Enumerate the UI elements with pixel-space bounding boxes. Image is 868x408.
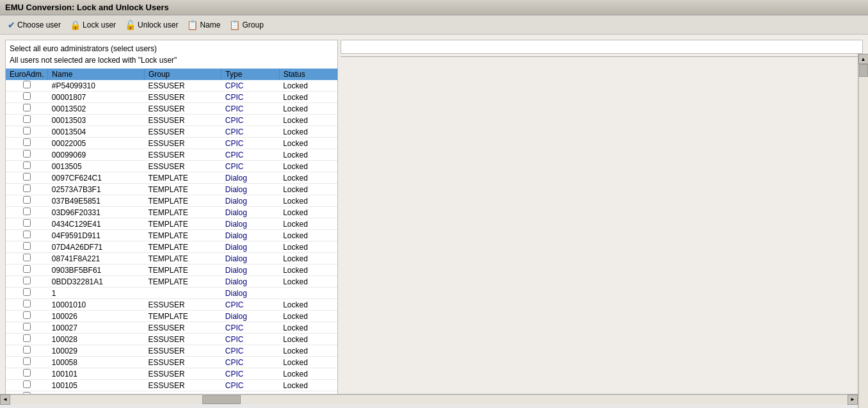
table-row[interactable]: 00013503ESSUSERCPICLocked — [6, 115, 337, 126]
row-checkbox[interactable] — [23, 254, 31, 261]
cell-type: CPIC — [221, 161, 279, 172]
choose-user-button[interactable]: ✔ Choose user — [4, 19, 65, 31]
row-checkbox[interactable] — [23, 323, 31, 330]
cell-name: 08741F8A221 — [48, 253, 145, 265]
row-checkbox[interactable] — [23, 184, 31, 192]
row-checkbox[interactable] — [23, 150, 31, 158]
table-row[interactable]: 0097CF624C1TEMPLATEDialogLocked — [6, 172, 337, 184]
cell-type: CPIC — [221, 322, 279, 334]
table-row[interactable]: 00099069ESSUSERCPICLocked — [6, 149, 337, 161]
cell-group: TEMPLATE — [144, 218, 221, 230]
cell-type: CPIC — [221, 92, 279, 103]
col-header-name[interactable]: Name — [48, 69, 145, 80]
col-header-group[interactable]: Group — [144, 69, 221, 80]
table-row[interactable]: 100101ESSUSERCPICLocked — [6, 368, 337, 380]
col-header-type[interactable]: Type — [221, 69, 279, 80]
col-header-status[interactable]: Status — [279, 69, 337, 80]
row-checkbox[interactable] — [23, 277, 31, 284]
scrollbar-right[interactable]: ▲ ▼ — [858, 54, 868, 408]
group-label: Group — [242, 20, 263, 29]
info-line1: Select all euro administrators (select u… — [10, 43, 334, 54]
table-row[interactable]: 100058ESSUSERCPICLocked — [6, 357, 337, 368]
table-row[interactable]: 00001807ESSUSERCPICLocked — [6, 92, 337, 103]
table-row[interactable]: 08741F8A221TEMPLATEDialogLocked — [6, 253, 337, 265]
table-row[interactable]: 100105ESSUSERCPICLocked — [6, 380, 337, 391]
row-checkbox[interactable] — [23, 231, 31, 238]
row-checkbox[interactable] — [23, 208, 31, 215]
table-wrapper[interactable]: EuroAdm. Name Group Type Status #P540993… — [6, 69, 337, 398]
cell-status: Locked — [279, 253, 337, 265]
name-button[interactable]: 📋 Name — [183, 19, 224, 31]
cell-group: ESSUSER — [144, 357, 221, 368]
table-row[interactable]: 037B49E5851TEMPLATEDialogLocked — [6, 195, 337, 207]
table-row[interactable]: 04F9591D911TEMPLATEDialogLocked — [6, 230, 337, 241]
scroll-left-arrow[interactable]: ◄ — [0, 395, 10, 405]
row-checkbox[interactable] — [23, 138, 31, 146]
row-checkbox[interactable] — [23, 334, 31, 342]
row-checkbox[interactable] — [23, 173, 31, 181]
row-checkbox[interactable] — [23, 311, 31, 319]
table-row[interactable]: 100028ESSUSERCPICLocked — [6, 334, 337, 345]
main-content: Select all euro administrators (select u… — [0, 35, 868, 404]
toolbar: ✔ Choose user 🔒 Lock user 🔓 Unlock user … — [0, 15, 868, 35]
cell-type: CPIC — [221, 357, 279, 368]
cell-name: 0097CF624C1 — [48, 172, 145, 184]
group-button[interactable]: 📋 Group — [225, 19, 267, 31]
table-row[interactable]: 10001010ESSUSERCPICLocked — [6, 299, 337, 311]
table-row[interactable]: 00013502ESSUSERCPICLocked — [6, 103, 337, 115]
scroll-up-arrow[interactable]: ▲ — [858, 54, 869, 64]
table-row[interactable]: 0013505ESSUSERCPICLocked — [6, 161, 337, 172]
table-row[interactable]: 1Dialog — [6, 288, 337, 299]
cell-name: 100029 — [48, 345, 145, 357]
table-row[interactable]: 100026TEMPLATEDialogLocked — [6, 311, 337, 322]
scroll-thumb-vertical[interactable] — [859, 64, 868, 77]
cell-type: CPIC — [221, 380, 279, 391]
scroll-track-vertical[interactable] — [859, 64, 868, 408]
row-checkbox[interactable] — [23, 300, 31, 307]
row-checkbox[interactable] — [23, 115, 31, 123]
scroll-thumb-horizontal[interactable] — [202, 395, 241, 404]
window-title: EMU Conversion: Lock and Unlock Users — [0, 0, 868, 15]
row-checkbox[interactable] — [23, 104, 31, 111]
lock-user-button[interactable]: 🔒 Lock user — [66, 19, 120, 31]
row-checkbox[interactable] — [23, 288, 31, 296]
table-row[interactable]: 0434C129E41TEMPLATEDialogLocked — [6, 218, 337, 230]
scroll-right-arrow[interactable]: ► — [848, 395, 858, 405]
cell-type: Dialog — [221, 207, 279, 218]
cell-status: Locked — [279, 276, 337, 288]
cell-status: Locked — [279, 195, 337, 207]
table-row[interactable]: 00022005ESSUSERCPICLocked — [6, 138, 337, 149]
row-checkbox[interactable] — [23, 369, 31, 377]
row-checkbox[interactable] — [23, 81, 31, 88]
table-row[interactable]: 00013504ESSUSERCPICLocked — [6, 126, 337, 138]
table-row[interactable]: 100027ESSUSERCPICLocked — [6, 322, 337, 334]
cell-name: 0903BF5BF61 — [48, 265, 145, 276]
table-row[interactable]: 02573A7B3F1TEMPLATEDialogLocked — [6, 184, 337, 195]
row-checkbox[interactable] — [23, 219, 31, 227]
row-checkbox[interactable] — [23, 346, 31, 354]
table-row[interactable]: 0903BF5BF61TEMPLATEDialogLocked — [6, 265, 337, 276]
cell-name: 00013502 — [48, 103, 145, 115]
cell-name: 03D96F20331 — [48, 207, 145, 218]
table-row[interactable]: 100029ESSUSERCPICLocked — [6, 345, 337, 357]
row-checkbox[interactable] — [23, 265, 31, 273]
row-checkbox[interactable] — [23, 242, 31, 250]
table-row[interactable]: 03D96F20331TEMPLATEDialogLocked — [6, 207, 337, 218]
row-checkbox[interactable] — [23, 196, 31, 204]
row-checkbox[interactable] — [23, 357, 31, 365]
row-checkbox[interactable] — [23, 380, 31, 388]
table-row[interactable]: #P54099310ESSUSERCPICLocked — [6, 80, 337, 92]
row-checkbox[interactable] — [23, 92, 31, 100]
row-checkbox[interactable] — [23, 161, 31, 169]
cell-group: ESSUSER — [144, 138, 221, 149]
unlock-user-button[interactable]: 🔓 Unlock user — [121, 19, 182, 31]
cell-type: CPIC — [221, 368, 279, 380]
row-checkbox[interactable] — [23, 127, 31, 135]
scroll-track-horizontal[interactable] — [10, 395, 848, 404]
cell-status: Locked — [279, 115, 337, 126]
col-header-euroadm[interactable]: EuroAdm. — [6, 69, 48, 80]
table-row[interactable]: 07D4A26DF71TEMPLATEDialogLocked — [6, 241, 337, 253]
cell-group: TEMPLATE — [144, 207, 221, 218]
table-row[interactable]: 0BDD32281A1TEMPLATEDialogLocked — [6, 276, 337, 288]
scrollbar-bottom[interactable]: ◄ ► — [0, 394, 858, 404]
